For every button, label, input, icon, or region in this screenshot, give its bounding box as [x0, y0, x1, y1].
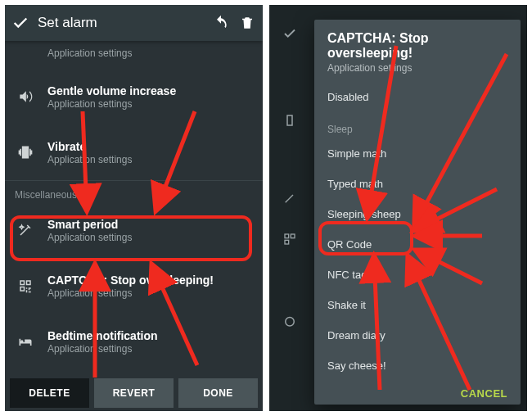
dialog-option-sleep[interactable]: Sleep — [327, 112, 507, 138]
app-bar-title: Set alarm — [38, 15, 97, 31]
list-item-bedtime[interactable]: Bedtime notification Application setting… — [5, 314, 263, 369]
svg-rect-5 — [287, 115, 292, 125]
list-item-gentle-volume[interactable]: Gentle volume increase Application setti… — [5, 69, 263, 124]
vibrate-icon — [281, 111, 299, 129]
cancel-button[interactable]: CANCEL — [461, 387, 507, 400]
bed-icon — [15, 333, 36, 350]
item-subtitle: Application settings — [47, 98, 176, 110]
svg-rect-7 — [291, 234, 295, 238]
button-bar: DELETE REVERT DONE — [5, 375, 263, 411]
svg-rect-6 — [285, 234, 289, 238]
done-button[interactable]: DONE — [178, 378, 258, 408]
revert-button[interactable]: REVERT — [94, 378, 174, 408]
confirm-icon[interactable] — [11, 14, 29, 32]
confirm-icon — [281, 25, 299, 43]
item-title: Gentle volume increase — [47, 84, 176, 97]
dialog-option-typed-math[interactable]: Typed math — [327, 169, 507, 199]
list-item-captcha[interactable]: CAPTCHA: Stop oversleeping! Application … — [5, 258, 263, 314]
dialog-subtitle: Application settings — [327, 62, 507, 74]
svg-rect-8 — [285, 240, 289, 244]
wand-icon — [281, 189, 299, 207]
list-item-truncated[interactable]: Application settings — [5, 41, 263, 69]
qr-icon — [281, 230, 299, 248]
undo-icon[interactable] — [212, 14, 230, 32]
app-bar: Set alarm — [5, 5, 263, 41]
trash-icon[interactable] — [238, 14, 256, 32]
dialog-option-disabled[interactable]: Disabled — [327, 82, 507, 112]
list-item-smart-period[interactable]: Smart period Application settings — [5, 202, 263, 258]
vibrate-icon — [15, 144, 36, 161]
dialog-option-nfc-tag[interactable]: NFC tag — [327, 260, 507, 290]
dialog-title: CAPTCHA: Stop oversleeping! — [327, 31, 507, 61]
delete-button[interactable]: DELETE — [10, 378, 89, 408]
captcha-dialog: CAPTCHA: Stop oversleeping! Application … — [314, 20, 521, 405]
dialog-option-sleeping-sheep[interactable]: Sleeping sheep — [327, 199, 507, 229]
svg-point-9 — [286, 318, 295, 327]
dialog-option-dream-diary[interactable]: Dream diary — [327, 320, 507, 350]
dialog-option-qr-code[interactable]: QR Code — [327, 229, 507, 260]
wand-icon — [15, 223, 36, 237]
dialog-option-simple-math[interactable]: Simple math — [327, 138, 507, 169]
left-screen: Set alarm Application settings Gentle vo… — [5, 5, 263, 411]
qr-icon — [15, 278, 36, 293]
dialog-option-shake-it[interactable]: Shake it — [327, 290, 507, 320]
right-screen: CAPTCHA: Stop oversleeping! Application … — [269, 5, 527, 411]
volume-up-icon — [15, 88, 36, 105]
settings-list: Application settings Gentle volume incre… — [5, 41, 263, 411]
snooze-icon — [281, 312, 299, 330]
section-header-misc: Miscellaneous — [5, 181, 263, 202]
list-item-vibrate[interactable]: Vibrate Application settings — [5, 124, 263, 180]
dialog-option-say-cheese[interactable]: Say cheese! — [327, 350, 507, 381]
